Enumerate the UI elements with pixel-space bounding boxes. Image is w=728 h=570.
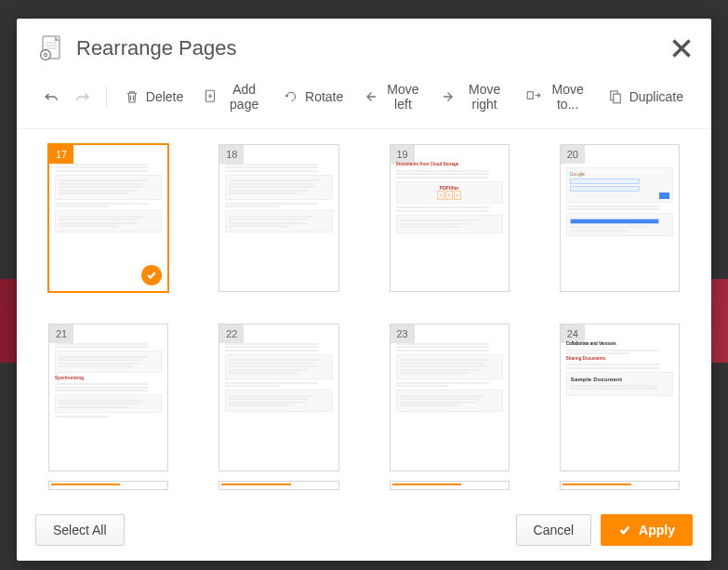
rearrange-pages-modal: Rearrange Pages Delete Add page	[17, 19, 711, 561]
move-right-icon	[441, 88, 457, 105]
toolbar: Delete Add page Rotate Move left Move ri	[17, 71, 711, 129]
page-thumbnail[interactable]: 17	[48, 144, 168, 292]
move-left-icon	[362, 88, 378, 105]
add-page-label: Add page	[224, 82, 264, 112]
select-all-label: Select All	[53, 523, 107, 537]
move-right-button[interactable]: Move right	[431, 76, 516, 117]
delete-label: Delete	[146, 89, 183, 104]
modal-header: Rearrange Pages	[17, 19, 711, 71]
move-left-label: Move left	[384, 82, 421, 112]
page-thumbnail[interactable]: 24Collaborate and VersionsSharing Docume…	[560, 324, 680, 471]
page-thumbnail[interactable]: 23	[390, 324, 510, 471]
page-preview	[396, 341, 503, 465]
page-thumbnail[interactable]: 21Synchronizing	[48, 324, 168, 471]
page-preview: Google	[566, 162, 673, 285]
page-grid-scroll[interactable]: 171819Documents from Cloud StoragePDFfil…	[17, 129, 711, 505]
add-page-icon	[202, 88, 218, 105]
page-preview: Documents from Cloud StoragePDFfiller⎋ ⎋…	[396, 162, 503, 285]
page-number-badge: 20	[561, 145, 585, 164]
page-preview	[225, 162, 332, 285]
move-to-icon	[525, 88, 542, 105]
rotate-label: Rotate	[305, 89, 343, 104]
page-preview	[225, 341, 332, 465]
page-grid-next-row	[35, 481, 693, 490]
page-number-badge: 22	[219, 325, 244, 343]
page-grid: 171819Documents from Cloud StoragePDFfil…	[35, 139, 693, 481]
modal-title: Rearrange Pages	[76, 36, 670, 60]
undo-button[interactable]	[35, 83, 67, 111]
cancel-label: Cancel	[534, 523, 575, 537]
page-gear-icon	[35, 33, 65, 63]
apply-label: Apply	[639, 523, 675, 537]
select-all-button[interactable]: Select All	[35, 514, 125, 546]
page-thumbnail[interactable]: 18	[218, 144, 338, 292]
page-number-badge: 19	[390, 145, 415, 164]
page-number-badge: 23	[390, 325, 415, 343]
check-icon	[618, 524, 631, 537]
page-thumbnail-peek[interactable]	[560, 481, 680, 490]
svg-rect-15	[527, 92, 533, 99]
svg-rect-17	[613, 94, 620, 103]
page-number-badge: 18	[219, 145, 244, 164]
page-number-badge: 21	[49, 325, 73, 343]
duplicate-button[interactable]: Duplicate	[598, 83, 693, 111]
apply-button[interactable]: Apply	[601, 514, 693, 546]
page-thumbnail[interactable]: 19Documents from Cloud StoragePDFfiller⎋…	[390, 144, 510, 292]
footer-right: Cancel Apply	[516, 514, 693, 546]
page-thumbnail[interactable]: 20Google	[560, 144, 680, 292]
duplicate-label: Duplicate	[629, 89, 683, 104]
cancel-button[interactable]: Cancel	[516, 514, 592, 546]
redo-button[interactable]	[67, 83, 99, 111]
move-to-button[interactable]: Move to...	[516, 76, 598, 117]
move-to-label: Move to...	[548, 82, 589, 112]
page-number-badge: 24	[561, 325, 585, 343]
duplicate-icon	[607, 88, 624, 105]
page-preview: Collaborate and VersionsSharing Document…	[566, 341, 673, 465]
move-left-button[interactable]: Move left	[352, 76, 430, 117]
move-right-label: Move right	[463, 82, 507, 112]
trash-icon	[124, 88, 140, 105]
close-button[interactable]	[670, 37, 693, 60]
toolbar-separator	[106, 86, 107, 107]
page-thumbnail-peek[interactable]	[390, 481, 510, 490]
modal-footer: Select All Cancel Apply	[17, 505, 711, 561]
page-thumbnail-peek[interactable]	[48, 481, 168, 490]
rotate-button[interactable]: Rotate	[273, 83, 352, 111]
page-thumbnail[interactable]: 22	[218, 324, 338, 471]
page-preview: Synchronizing	[55, 341, 162, 465]
page-number-badge: 17	[49, 145, 73, 164]
delete-button[interactable]: Delete	[114, 83, 192, 111]
rotate-icon	[283, 88, 299, 105]
add-page-button[interactable]: Add page	[192, 76, 273, 117]
page-thumbnail-peek[interactable]	[218, 481, 338, 490]
